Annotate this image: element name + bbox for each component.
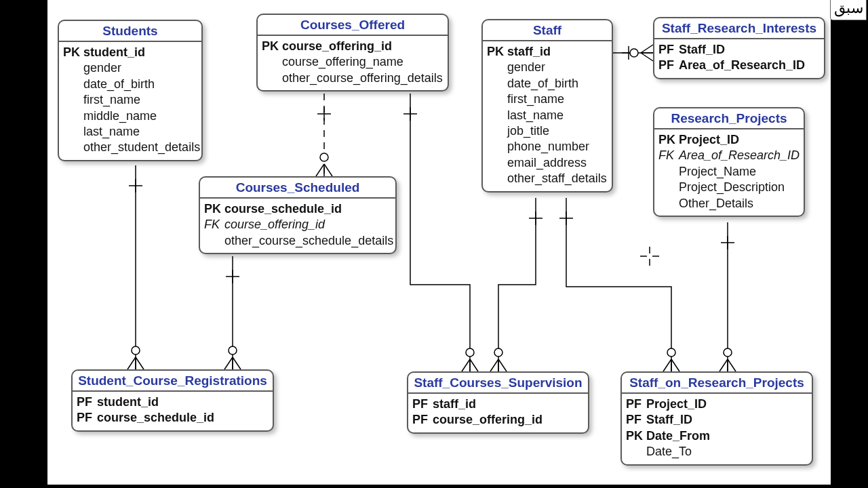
attribute-name: last_name [83, 124, 140, 140]
key-indicator: PK [63, 45, 83, 60]
entity-rows: PKcourse_schedule_idFKcourse_offering_id… [200, 199, 395, 253]
watermark: سبق [830, 0, 867, 20]
attribute-name: gender [507, 60, 545, 75]
entity-title: Staff_on_Research_Projects [622, 373, 812, 394]
svg-line-33 [671, 359, 679, 371]
entity-title: Students [59, 21, 201, 42]
attribute-row: PFcourse_schedule_id [77, 410, 269, 426]
svg-line-15 [233, 357, 241, 369]
svg-line-39 [728, 359, 736, 371]
svg-point-23 [466, 348, 474, 357]
attribute-row: PKProject_ID [658, 132, 800, 148]
entity-staff_research_interests[interactable]: Staff_Research_InterestsPFStaff_IDPFArea… [653, 17, 825, 79]
key-indicator: PF [626, 396, 646, 412]
entity-rows: PFstudent_idPFcourse_schedule_id [73, 392, 273, 430]
attribute-row: PFstudent_id [77, 394, 269, 410]
attribute-row: Project_Description [658, 180, 800, 195]
attribute-row: other_student_details [63, 140, 197, 155]
attribute-row: PFProject_ID [626, 396, 808, 412]
entity-students[interactable]: StudentsPKstudent_idgenderdate_of_birthf… [58, 20, 203, 161]
key-indicator: PK [487, 44, 507, 60]
entity-student_course_registrations[interactable]: Student_Course_RegistrationsPFstudent_id… [71, 369, 274, 432]
attribute-name: course_offering_id [433, 412, 542, 428]
entity-staff_on_research_projects[interactable]: Staff_on_Research_ProjectsPFProject_IDPF… [620, 371, 813, 466]
svg-line-8 [316, 164, 324, 176]
svg-line-20 [462, 359, 470, 371]
key-indicator: PF [658, 58, 679, 73]
attribute-name: student_id [97, 394, 159, 410]
entity-title: Staff_Research_Interests [654, 18, 824, 39]
attribute-name: Project_ID [646, 396, 707, 412]
svg-line-26 [490, 359, 498, 371]
entity-rows: PKstudent_idgenderdate_of_birthfirst_nam… [59, 42, 201, 160]
key-indicator: PF [77, 410, 97, 426]
attribute-name: other_staff_details [507, 171, 607, 186]
attribute-row: gender [63, 60, 197, 76]
attribute-name: other_course_offering_details [282, 70, 443, 86]
entity-rows: PFstaff_idPFcourse_offering_id [408, 394, 588, 432]
attribute-row: FKArea_of_Research_ID [658, 148, 800, 163]
entity-title: Student_Course_Registrations [73, 371, 273, 392]
entity-courses_scheduled[interactable]: Courses_ScheduledPKcourse_schedule_idFKc… [199, 176, 397, 254]
key-indicator: PK [204, 201, 224, 217]
attribute-row: Project_Name [658, 164, 800, 180]
attribute-name: course_offering_id [282, 39, 392, 54]
svg-line-3 [136, 357, 144, 369]
attribute-row: other_course_offering_details [262, 70, 443, 86]
attribute-name: job_title [507, 123, 549, 139]
attribute-name: Project_ID [679, 132, 739, 148]
key-indicator: FK [658, 148, 679, 163]
key-indicator: PF [626, 412, 646, 428]
attribute-name: other_student_details [83, 140, 200, 155]
attribute-name: date_of_birth [83, 77, 155, 92]
attribute-row: PFArea_of_Research_ID [658, 58, 820, 73]
attribute-row: PFcourse_offering_id [412, 412, 584, 428]
attribute-row: last_name [487, 108, 608, 123]
svg-point-29 [494, 348, 502, 357]
entity-staff_courses_supervision[interactable]: Staff_Courses_SupervisionPFstaff_idPFcou… [407, 371, 589, 434]
entity-rows: PKstaff_idgenderdate_of_birthfirst_namel… [483, 41, 612, 191]
attribute-row: PKDate_From [626, 428, 808, 444]
svg-line-45 [641, 53, 653, 61]
attribute-row: phone_number [487, 139, 608, 155]
entity-rows: PFProject_IDPFStaff_IDPKDate_FromDate_To [622, 394, 812, 464]
key-indicator: PF [412, 412, 433, 428]
attribute-row: middle_name [63, 108, 197, 124]
attribute-row: other_course_schedule_details [204, 233, 391, 249]
attribute-name: Project_Description [679, 180, 785, 195]
attribute-row: first_name [487, 92, 608, 107]
attribute-row: PKstudent_id [63, 45, 197, 60]
entity-courses_offered[interactable]: Courses_OfferedPKcourse_offering_idcours… [256, 14, 449, 92]
svg-point-41 [724, 348, 732, 357]
attribute-row: first_name [63, 92, 197, 108]
attribute-row: course_offering_name [262, 54, 443, 70]
svg-point-5 [132, 346, 140, 354]
entity-research_projects[interactable]: Research_ProjectsPKProject_IDFKArea_of_R… [653, 107, 805, 217]
attribute-name: staff_id [507, 44, 551, 60]
attribute-name: email_address [507, 155, 587, 171]
attribute-row: Other_Details [658, 196, 800, 211]
attribute-name: course_offering_id [224, 217, 325, 232]
attribute-row: PFStaff_ID [658, 42, 820, 58]
attribute-name: Other_Details [679, 196, 753, 211]
svg-point-47 [630, 49, 638, 57]
attribute-row: PFstaff_id [412, 396, 584, 412]
svg-point-35 [667, 348, 675, 357]
attribute-name: date_of_birth [507, 76, 578, 92]
entity-title: Research_Projects [654, 108, 804, 129]
svg-line-44 [641, 45, 653, 53]
attribute-name: other_course_schedule_details [224, 233, 393, 249]
attribute-row: date_of_birth [487, 76, 608, 92]
attribute-name: course_schedule_id [224, 201, 342, 217]
entity-title: Staff_Courses_Supervision [408, 373, 588, 394]
attribute-name: course_offering_name [282, 54, 403, 70]
attribute-row: PKstaff_id [487, 44, 608, 60]
attribute-name: gender [83, 60, 121, 76]
entity-rows: PKcourse_offering_idcourse_offering_name… [258, 36, 448, 90]
attribute-name: Area_of_Research_ID [679, 148, 800, 163]
attribute-row: last_name [63, 124, 197, 140]
entity-staff[interactable]: StaffPKstaff_idgenderdate_of_birthfirst_… [481, 19, 613, 192]
svg-point-17 [229, 346, 237, 354]
attribute-row: PKcourse_schedule_id [204, 201, 391, 217]
key-indicator: PK [658, 132, 679, 148]
